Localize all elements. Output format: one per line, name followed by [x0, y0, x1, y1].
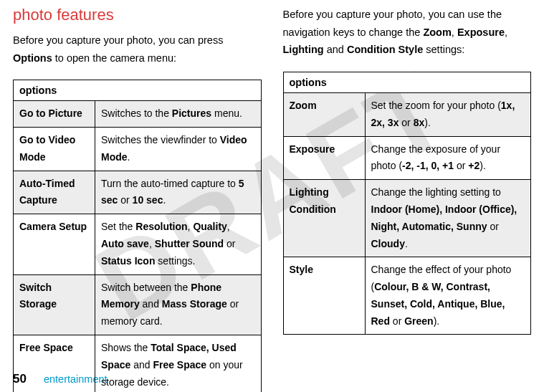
row-desc: Set the zoom for your photo (1x, 2x, 3x … [365, 92, 531, 136]
intro-text: to open the camera menu: [52, 52, 176, 64]
row-label: Camera Setup [14, 214, 95, 274]
t: and [130, 359, 153, 371]
b: 10 sec [133, 194, 163, 206]
section-title: photo features [13, 6, 262, 24]
b: Quality [193, 221, 226, 232]
row-label: Zoom [283, 92, 365, 136]
row-desc: Shows the Total Space, Used Space and Fr… [95, 335, 262, 392]
t: or [224, 238, 235, 249]
t: and [140, 298, 162, 310]
row-desc: Turn the auto-timed capture to 5 sec or … [95, 171, 262, 214]
b: Exposure [457, 27, 505, 38]
t: Set the [101, 221, 135, 232]
table-row: Exposure Change the exposure of your pho… [283, 136, 531, 180]
row-desc: Change the effect of your photo (Colour,… [365, 257, 531, 335]
t: menu. [211, 107, 242, 119]
b: Lighting [283, 44, 324, 55]
left-options-table: options Go to Picture Switches to the Pi… [13, 80, 262, 392]
row-label: Exposure [283, 136, 365, 180]
intro-text: Before you capture your photo, you can p… [13, 34, 223, 46]
b: -2, -1, 0, +1 [402, 160, 454, 171]
b: Status Icon [101, 255, 155, 267]
t: Shows the [101, 342, 151, 353]
t: , [452, 27, 457, 38]
table-header-row: options [283, 72, 531, 92]
row-desc: Change the exposure of your photo (-2, -… [365, 136, 531, 180]
table-row: Zoom Set the zoom for your photo (1x, 2x… [283, 92, 531, 136]
b: Mass Storage [162, 298, 227, 310]
b: Green [404, 315, 433, 327]
t: . [405, 238, 408, 249]
t: or [454, 160, 468, 171]
b: Free Space [153, 359, 206, 371]
t: , [505, 27, 507, 38]
row-desc: Switches the viewfinder to Video Mode. [95, 128, 262, 171]
row-desc: Switch between the Phone Memory and Mass… [95, 274, 262, 335]
table-row: Switch Storage Switch between the Phone … [14, 274, 262, 335]
t: Switches the viewfinder to [101, 134, 220, 145]
t: ). [434, 315, 440, 327]
row-label: Auto-Timed Capture [14, 171, 95, 214]
row-label: Style [283, 257, 365, 335]
table-header-row: options [14, 80, 262, 101]
t: Turn the auto-timed capture to [101, 178, 239, 189]
t: , [227, 221, 230, 232]
right-column: Before you capture your photo, you can u… [283, 6, 532, 392]
left-intro: Before you capture your photo, you can p… [13, 32, 262, 67]
b: Auto save [101, 238, 149, 249]
table-row: Free Space Shows the Total Space, Used S… [14, 335, 262, 392]
b: Shutter Sound [155, 238, 224, 249]
table-row: Style Change the effect of your photo (C… [283, 257, 531, 335]
page-content: photo features Before you capture your p… [0, 0, 544, 392]
table-row: Go to Video Mode Switches the viewfinder… [14, 128, 262, 171]
t: Switch between the [101, 282, 191, 293]
row-desc: Switches to the Pictures menu. [95, 101, 262, 128]
table-row: Lighting Condition Change the lighting s… [283, 180, 531, 257]
t: Set the zoom for your photo ( [371, 100, 501, 111]
t: Change the lighting setting to [371, 186, 501, 198]
row-desc: Set the Resolution, Quality, Auto save, … [95, 214, 262, 274]
t: or [118, 194, 132, 206]
t: . [163, 194, 166, 206]
b: Cloudy [371, 238, 405, 249]
t: settings: [423, 44, 464, 55]
table-row: Auto-Timed Capture Turn the auto-timed c… [14, 171, 262, 214]
row-label: Free Space [14, 335, 95, 392]
t: or [399, 117, 413, 128]
row-label: Switch Storage [14, 274, 95, 335]
row-label: Go to Picture [14, 101, 95, 128]
t: and [324, 44, 347, 55]
intro-bold: Options [13, 52, 52, 64]
right-intro: Before you capture your photo, you can u… [283, 6, 532, 59]
t: . [128, 151, 130, 163]
t: settings. [155, 255, 195, 267]
row-desc: Change the lighting setting to Indoor (H… [365, 180, 531, 257]
table-header: options [14, 80, 262, 101]
table-row: Camera Setup Set the Resolution, Quality… [14, 214, 262, 274]
left-column: photo features Before you capture your p… [13, 6, 262, 392]
t: or [390, 315, 404, 327]
row-label: Go to Video Mode [14, 128, 95, 171]
b: 8x [414, 117, 425, 128]
right-options-table: options Zoom Set the zoom for your photo… [283, 72, 532, 335]
b: Pictures [172, 107, 211, 119]
b: +2 [468, 160, 479, 171]
table-row: Go to Picture Switches to the Pictures m… [14, 101, 262, 128]
t: ). [479, 160, 486, 171]
b: Condition Style [347, 44, 423, 55]
t: or [487, 221, 499, 232]
b: Resolution [135, 221, 187, 232]
t: , [149, 238, 155, 249]
row-label: Lighting Condition [283, 180, 365, 257]
t: ). [424, 117, 431, 128]
table-header: options [283, 72, 531, 92]
b: Zoom [423, 27, 451, 38]
t: Switches to the [101, 107, 172, 119]
